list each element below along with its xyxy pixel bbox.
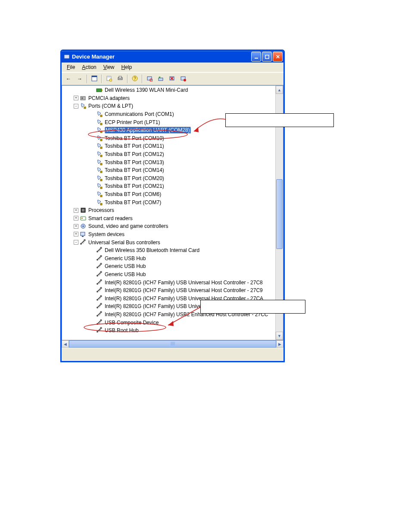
close-button[interactable]: ✕ (273, 52, 283, 62)
scan-hardware-button[interactable] (144, 74, 155, 84)
separator (127, 75, 128, 83)
tree-item-label: Intel(R) 82801G (ICH7 Family) USB Univer… (105, 287, 263, 293)
svg-rect-23 (84, 107, 86, 109)
update-driver-button[interactable] (178, 74, 188, 84)
window-title: Device Manager (72, 53, 251, 60)
svg-rect-38 (81, 217, 86, 220)
usb-icon (96, 263, 103, 270)
tree-item[interactable]: Generic USB Hub (62, 254, 276, 262)
usb-icon (80, 239, 87, 246)
expand-icon[interactable]: + (74, 96, 78, 100)
collapse-icon[interactable]: - (74, 104, 78, 109)
hscroll-thumb[interactable] (69, 340, 276, 348)
remove-icon (158, 75, 164, 83)
expand-icon[interactable]: + (74, 232, 78, 236)
maximize-button[interactable] (262, 52, 272, 62)
minimize-button[interactable] (251, 52, 261, 62)
tree-item[interactable]: USB Root Hub (62, 327, 276, 335)
expand-icon[interactable]: + (74, 216, 78, 221)
tree-item[interactable]: +Smart card readers (62, 215, 276, 223)
menu-action[interactable]: Action (78, 63, 100, 71)
tree-item[interactable]: -Ports (COM & LPT) (62, 102, 276, 110)
scroll-down-button[interactable]: ▼ (276, 332, 283, 340)
tree-item[interactable]: Generic USB Hub (62, 262, 276, 271)
titlebar[interactable]: Device Manager ✕ (62, 51, 283, 62)
tree-item[interactable]: Generic USB Hub (62, 271, 276, 279)
svg-rect-29 (100, 155, 102, 157)
port-icon (96, 191, 103, 198)
port-icon (96, 111, 103, 118)
uninstall-button[interactable] (156, 74, 166, 84)
collapse-icon[interactable]: - (74, 240, 78, 245)
tree-item[interactable]: MSP430 Application UART (COM28) (62, 126, 276, 134)
arrow-right-icon: → (77, 76, 82, 82)
scroll-right-button[interactable]: ▶ (276, 340, 283, 348)
menu-help[interactable]: Help (118, 63, 136, 71)
print-button[interactable] (115, 74, 125, 84)
help-button[interactable]: ? (130, 74, 140, 84)
tree-icon (91, 75, 97, 83)
svg-rect-3 (265, 55, 269, 59)
tree-item[interactable]: Toshiba BT Port (COM20) (62, 174, 276, 183)
svg-point-53 (97, 323, 98, 325)
svg-rect-10 (119, 76, 121, 78)
pcmcia-icon (80, 95, 87, 102)
scroll-thumb[interactable] (276, 179, 283, 249)
tree-item[interactable]: Toshiba BT Port (COM10) (62, 134, 276, 143)
arrow-left-icon: ← (66, 76, 71, 82)
expand-icon[interactable]: + (74, 224, 78, 229)
tree-item[interactable]: Toshiba BT Port (COM7) (62, 198, 276, 206)
back-button[interactable]: ← (63, 74, 74, 84)
tree-item-label: Toshiba BT Port (COM21) (105, 183, 164, 189)
cpu-icon (80, 207, 87, 214)
tree-item[interactable]: Toshiba BT Port (COM13) (62, 158, 276, 166)
help-icon: ? (132, 75, 138, 83)
tree-item[interactable]: +PCMCIA adapters (62, 94, 276, 103)
statusbar (62, 348, 283, 358)
svg-point-43 (80, 243, 82, 245)
tree-item[interactable]: Intel(R) 82801G (ICH7 Family) USB Univer… (62, 286, 276, 295)
tree-item-label: Processors (88, 207, 114, 213)
horizontal-scrollbar[interactable]: ◀ ▶ (62, 340, 283, 348)
properties-button[interactable] (104, 74, 114, 84)
tree-item-label: ECP Printer Port (LPT1) (105, 119, 160, 125)
port-icon (96, 151, 103, 158)
svg-point-51 (97, 307, 98, 308)
tree-item-label: Sound, video and game controllers (88, 223, 168, 229)
update-driver-icon (180, 75, 186, 83)
scroll-left-button[interactable]: ◀ (62, 340, 69, 348)
disable-button[interactable] (167, 74, 177, 84)
expand-icon[interactable]: + (74, 208, 78, 213)
tree-item[interactable]: Dell Wireless 1390 WLAN Mini-Card (62, 86, 276, 94)
tree-item-label: Dell Wireless 1390 WLAN Mini-Card (105, 87, 188, 93)
scard-icon (80, 215, 87, 222)
tree-item[interactable]: USB Composite Device (62, 318, 276, 327)
tree-item[interactable]: -Universal Serial Bus controllers (62, 238, 276, 246)
svg-rect-31 (100, 171, 102, 173)
tree-item[interactable]: Dell Wireless 350 Bluetooth Internal Car… (62, 246, 276, 255)
forward-button[interactable]: → (75, 74, 85, 84)
svg-rect-37 (82, 209, 84, 212)
port-icon (96, 183, 103, 190)
svg-rect-39 (81, 218, 83, 219)
menu-view[interactable]: View (100, 63, 118, 71)
tree-item[interactable]: +System devices (62, 230, 276, 239)
tree-item-label: System devices (88, 231, 125, 237)
tree-item[interactable]: +Processors (62, 206, 276, 215)
usb-icon (96, 311, 103, 318)
tree-item[interactable]: Toshiba BT Port (COM21) (62, 182, 276, 190)
tree-item[interactable]: Toshiba BT Port (COM14) (62, 166, 276, 174)
tree-item[interactable]: Intel(R) 82801G (ICH7 Family) USB Univer… (62, 278, 276, 286)
show-hide-tree-button[interactable] (89, 74, 100, 84)
svg-rect-13 (147, 77, 152, 80)
menu-file[interactable]: File (63, 63, 78, 71)
tree-item[interactable]: Toshiba BT Port (COM6) (62, 190, 276, 199)
tree-item[interactable]: Toshiba BT Port (COM12) (62, 150, 276, 159)
svg-rect-28 (100, 147, 102, 149)
tree-item[interactable]: +Sound, video and game controllers (62, 222, 276, 230)
svg-rect-41 (81, 232, 85, 236)
device-manager-window: Device Manager ✕ File Action View Help ←… (60, 50, 285, 362)
tree-item-label: Toshiba BT Port (COM14) (105, 167, 164, 173)
tree-item[interactable]: Toshiba BT Port (COM11) (62, 142, 276, 150)
svg-point-44 (97, 251, 98, 252)
